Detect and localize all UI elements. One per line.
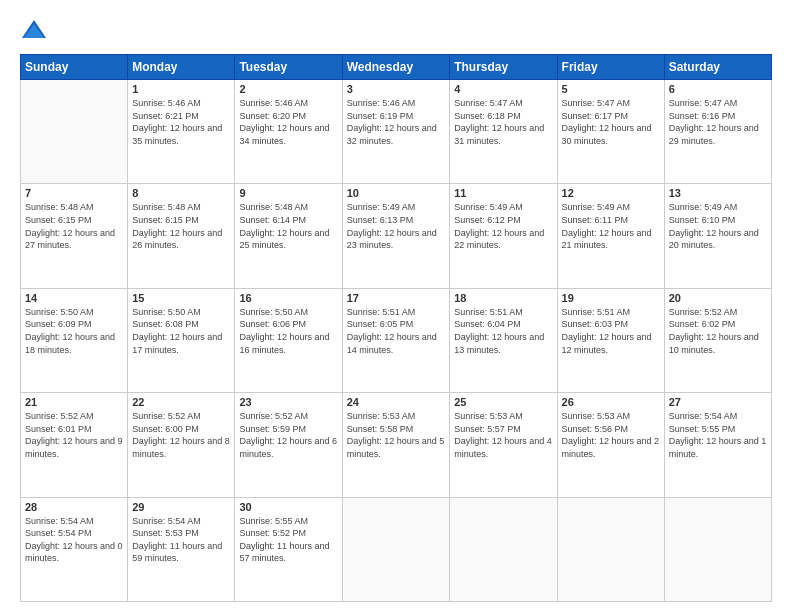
calendar-cell: 13Sunrise: 5:49 AMSunset: 6:10 PMDayligh… [664, 184, 771, 288]
calendar-cell: 19Sunrise: 5:51 AMSunset: 6:03 PMDayligh… [557, 288, 664, 392]
day-info: Sunrise: 5:52 AMSunset: 6:02 PMDaylight:… [669, 306, 767, 356]
day-info: Sunrise: 5:53 AMSunset: 5:58 PMDaylight:… [347, 410, 446, 460]
calendar-cell: 5Sunrise: 5:47 AMSunset: 6:17 PMDaylight… [557, 80, 664, 184]
weekday-header-friday: Friday [557, 55, 664, 80]
day-number: 20 [669, 292, 767, 304]
weekday-header-saturday: Saturday [664, 55, 771, 80]
day-info: Sunrise: 5:50 AMSunset: 6:06 PMDaylight:… [239, 306, 337, 356]
day-number: 3 [347, 83, 446, 95]
day-number: 15 [132, 292, 230, 304]
day-info: Sunrise: 5:52 AMSunset: 5:59 PMDaylight:… [239, 410, 337, 460]
calendar-week-2: 7Sunrise: 5:48 AMSunset: 6:15 PMDaylight… [21, 184, 772, 288]
calendar-cell: 23Sunrise: 5:52 AMSunset: 5:59 PMDayligh… [235, 393, 342, 497]
calendar-cell: 15Sunrise: 5:50 AMSunset: 6:08 PMDayligh… [128, 288, 235, 392]
weekday-header-row: SundayMondayTuesdayWednesdayThursdayFrid… [21, 55, 772, 80]
day-info: Sunrise: 5:46 AMSunset: 6:21 PMDaylight:… [132, 97, 230, 147]
calendar-cell: 17Sunrise: 5:51 AMSunset: 6:05 PMDayligh… [342, 288, 450, 392]
day-info: Sunrise: 5:49 AMSunset: 6:12 PMDaylight:… [454, 201, 552, 251]
calendar-cell [21, 80, 128, 184]
day-number: 5 [562, 83, 660, 95]
day-number: 4 [454, 83, 552, 95]
day-info: Sunrise: 5:54 AMSunset: 5:55 PMDaylight:… [669, 410, 767, 460]
day-number: 9 [239, 187, 337, 199]
calendar-cell [342, 497, 450, 601]
calendar-cell: 8Sunrise: 5:48 AMSunset: 6:15 PMDaylight… [128, 184, 235, 288]
day-number: 21 [25, 396, 123, 408]
day-number: 16 [239, 292, 337, 304]
day-info: Sunrise: 5:52 AMSunset: 6:01 PMDaylight:… [25, 410, 123, 460]
day-number: 2 [239, 83, 337, 95]
day-info: Sunrise: 5:51 AMSunset: 6:03 PMDaylight:… [562, 306, 660, 356]
day-info: Sunrise: 5:46 AMSunset: 6:20 PMDaylight:… [239, 97, 337, 147]
day-number: 25 [454, 396, 552, 408]
calendar-cell: 6Sunrise: 5:47 AMSunset: 6:16 PMDaylight… [664, 80, 771, 184]
calendar-cell [557, 497, 664, 601]
calendar-cell: 11Sunrise: 5:49 AMSunset: 6:12 PMDayligh… [450, 184, 557, 288]
day-number: 10 [347, 187, 446, 199]
day-number: 18 [454, 292, 552, 304]
calendar-cell: 20Sunrise: 5:52 AMSunset: 6:02 PMDayligh… [664, 288, 771, 392]
calendar-cell: 3Sunrise: 5:46 AMSunset: 6:19 PMDaylight… [342, 80, 450, 184]
calendar-cell: 9Sunrise: 5:48 AMSunset: 6:14 PMDaylight… [235, 184, 342, 288]
day-info: Sunrise: 5:48 AMSunset: 6:14 PMDaylight:… [239, 201, 337, 251]
calendar-cell: 21Sunrise: 5:52 AMSunset: 6:01 PMDayligh… [21, 393, 128, 497]
weekday-header-thursday: Thursday [450, 55, 557, 80]
calendar-cell: 7Sunrise: 5:48 AMSunset: 6:15 PMDaylight… [21, 184, 128, 288]
calendar-cell: 14Sunrise: 5:50 AMSunset: 6:09 PMDayligh… [21, 288, 128, 392]
calendar-cell: 27Sunrise: 5:54 AMSunset: 5:55 PMDayligh… [664, 393, 771, 497]
day-number: 28 [25, 501, 123, 513]
day-number: 17 [347, 292, 446, 304]
day-info: Sunrise: 5:47 AMSunset: 6:16 PMDaylight:… [669, 97, 767, 147]
calendar-cell: 1Sunrise: 5:46 AMSunset: 6:21 PMDaylight… [128, 80, 235, 184]
day-info: Sunrise: 5:55 AMSunset: 5:52 PMDaylight:… [239, 515, 337, 565]
day-number: 24 [347, 396, 446, 408]
calendar-week-1: 1Sunrise: 5:46 AMSunset: 6:21 PMDaylight… [21, 80, 772, 184]
day-number: 6 [669, 83, 767, 95]
calendar-cell [664, 497, 771, 601]
calendar-week-5: 28Sunrise: 5:54 AMSunset: 5:54 PMDayligh… [21, 497, 772, 601]
day-number: 13 [669, 187, 767, 199]
day-number: 29 [132, 501, 230, 513]
day-info: Sunrise: 5:53 AMSunset: 5:56 PMDaylight:… [562, 410, 660, 460]
page: SundayMondayTuesdayWednesdayThursdayFrid… [0, 0, 792, 612]
day-number: 8 [132, 187, 230, 199]
day-info: Sunrise: 5:49 AMSunset: 6:13 PMDaylight:… [347, 201, 446, 251]
calendar-cell: 28Sunrise: 5:54 AMSunset: 5:54 PMDayligh… [21, 497, 128, 601]
day-info: Sunrise: 5:46 AMSunset: 6:19 PMDaylight:… [347, 97, 446, 147]
weekday-header-tuesday: Tuesday [235, 55, 342, 80]
calendar-week-3: 14Sunrise: 5:50 AMSunset: 6:09 PMDayligh… [21, 288, 772, 392]
day-info: Sunrise: 5:51 AMSunset: 6:05 PMDaylight:… [347, 306, 446, 356]
weekday-header-sunday: Sunday [21, 55, 128, 80]
day-info: Sunrise: 5:54 AMSunset: 5:54 PMDaylight:… [25, 515, 123, 565]
calendar-cell: 2Sunrise: 5:46 AMSunset: 6:20 PMDaylight… [235, 80, 342, 184]
day-number: 27 [669, 396, 767, 408]
day-number: 12 [562, 187, 660, 199]
calendar-cell: 18Sunrise: 5:51 AMSunset: 6:04 PMDayligh… [450, 288, 557, 392]
day-number: 7 [25, 187, 123, 199]
weekday-header-monday: Monday [128, 55, 235, 80]
day-number: 22 [132, 396, 230, 408]
logo [20, 16, 50, 44]
day-number: 19 [562, 292, 660, 304]
calendar-week-4: 21Sunrise: 5:52 AMSunset: 6:01 PMDayligh… [21, 393, 772, 497]
day-info: Sunrise: 5:48 AMSunset: 6:15 PMDaylight:… [132, 201, 230, 251]
calendar-table: SundayMondayTuesdayWednesdayThursdayFrid… [20, 54, 772, 602]
day-number: 30 [239, 501, 337, 513]
day-number: 23 [239, 396, 337, 408]
header [20, 16, 772, 44]
calendar-cell: 29Sunrise: 5:54 AMSunset: 5:53 PMDayligh… [128, 497, 235, 601]
calendar-cell: 25Sunrise: 5:53 AMSunset: 5:57 PMDayligh… [450, 393, 557, 497]
day-info: Sunrise: 5:53 AMSunset: 5:57 PMDaylight:… [454, 410, 552, 460]
calendar-cell: 22Sunrise: 5:52 AMSunset: 6:00 PMDayligh… [128, 393, 235, 497]
calendar-cell: 30Sunrise: 5:55 AMSunset: 5:52 PMDayligh… [235, 497, 342, 601]
day-number: 14 [25, 292, 123, 304]
calendar-cell: 26Sunrise: 5:53 AMSunset: 5:56 PMDayligh… [557, 393, 664, 497]
calendar-cell: 10Sunrise: 5:49 AMSunset: 6:13 PMDayligh… [342, 184, 450, 288]
day-info: Sunrise: 5:52 AMSunset: 6:00 PMDaylight:… [132, 410, 230, 460]
calendar-cell [450, 497, 557, 601]
day-info: Sunrise: 5:50 AMSunset: 6:08 PMDaylight:… [132, 306, 230, 356]
weekday-header-wednesday: Wednesday [342, 55, 450, 80]
day-info: Sunrise: 5:49 AMSunset: 6:11 PMDaylight:… [562, 201, 660, 251]
calendar-cell: 24Sunrise: 5:53 AMSunset: 5:58 PMDayligh… [342, 393, 450, 497]
day-number: 26 [562, 396, 660, 408]
